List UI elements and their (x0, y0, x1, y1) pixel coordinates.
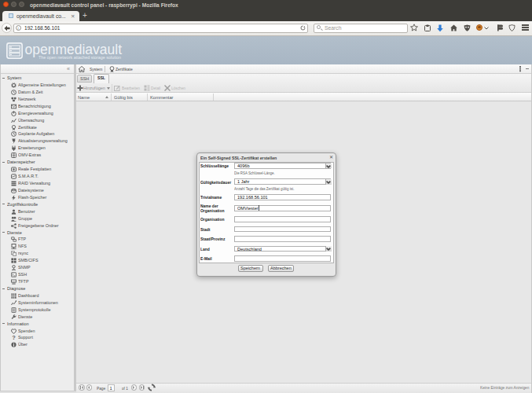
svg-text:?: ? (12, 335, 16, 340)
